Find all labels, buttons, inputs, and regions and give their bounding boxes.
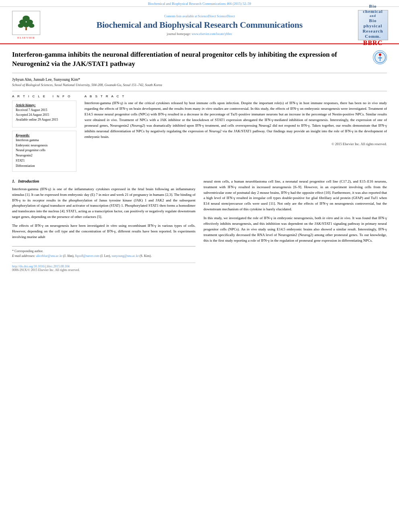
intro-title: 1. Introduction (12, 179, 195, 183)
paper-title: Interferon-gamma inhibits the neuronal d… (12, 50, 369, 69)
introduction-section: 1. Introduction Interferon-gamma (IFN-γ)… (12, 179, 387, 272)
history-title: Article history: (16, 103, 73, 107)
svg-point-3 (18, 23, 24, 28)
footer-bar: http://dx.doi.org/10.1016/j.bbrc.2015.08… (12, 263, 195, 272)
keyword-2: Embryonic neurogenesis (16, 143, 73, 148)
keyword-3: Neural progenitor cells (16, 148, 73, 153)
keywords-box: Keywords: Interferon gamma Embryonic neu… (12, 131, 76, 172)
article-info-box: Article history: Received 7 August 2015 … (12, 101, 76, 127)
abstract-text: Interferon-gamma (IFN-γ) is one of the c… (84, 101, 387, 140)
keyword-5: STAT1 (16, 158, 73, 164)
journal-citation: Biochemical and Biophysical Research Com… (148, 2, 251, 6)
paper-title-section: Interferon-gamma inhibits the neuronal d… (12, 50, 387, 73)
elsevier-label: ELSEVIER (17, 36, 35, 39)
footnote-section: * Corresponding author. E-mail addresses… (12, 246, 195, 259)
issn-text: 0006-291X/© 2015 Elsevier Inc. All right… (12, 268, 195, 272)
article-body: A R T I C L E I N F O Article history: R… (12, 94, 387, 172)
journal-header: ELSEVIER Contents lists available at Sci… (0, 7, 399, 44)
article-history: Article history: Received 7 August 2015 … (16, 103, 73, 122)
divider (12, 91, 387, 91)
elsevier-tree-icon (16, 15, 36, 31)
intro-para-4: In this study, we investigated the role … (204, 216, 387, 244)
intro-left: 1. Introduction Interferon-gamma (IFN-γ)… (12, 179, 195, 272)
abstract-header: A B S T R A C T (84, 94, 387, 98)
received-date: Received 7 August 2015 (16, 108, 73, 113)
journal-header-center: Contents lists available at ScienceDirec… (44, 14, 355, 35)
article-info-header: A R T I C L E I N F O (12, 94, 76, 98)
intro-right: neural stem cells, a human neuroblastoma… (204, 179, 387, 272)
affiliation: School of Biological Sciences, Seoul Nat… (12, 83, 387, 87)
intro-para-3: neural stem cells, a human neuroblastoma… (204, 179, 387, 213)
journal-homepage: journal homepage: www.elsevier.com/locat… (44, 32, 355, 36)
email-link-1[interactable]: aliceblue@snu.ac.kr (36, 254, 62, 258)
keyword-1: Interferon gamma (16, 138, 73, 143)
keywords-title: Keywords: (16, 134, 73, 137)
top-bar: Biochemical and Biophysical Research Com… (0, 0, 399, 7)
journal-title: Biochemical and Biophysical Research Com… (44, 20, 355, 30)
accepted-date: Accepted 24 August 2015 (16, 113, 73, 117)
intro-para-1: Interferon-gamma (IFN-γ) is one of the i… (12, 187, 195, 220)
homepage-link[interactable]: www.elsevier.com/locate/ybbrc (191, 32, 232, 36)
elsevier-logo (12, 11, 40, 35)
svg-point-5 (29, 23, 34, 28)
keyword-6: Differentiation (16, 164, 73, 169)
doi-link: http://dx.doi.org/10.1016/j.bbrc.2015.08… (12, 265, 195, 268)
paper-content: Interferon-gamma inhibits the neuronal d… (0, 44, 399, 280)
corresponding-note: * Corresponding author. (12, 249, 195, 254)
elsevier-branding: ELSEVIER (8, 11, 44, 39)
copyright: © 2015 Elsevier Inc. All rights reserved… (84, 142, 387, 146)
doi-anchor[interactable]: http://dx.doi.org/10.1016/j.bbrc.2015.08… (12, 265, 70, 268)
keyword-4: Neurogenin2 (16, 153, 73, 158)
svg-rect-6 (25, 27, 27, 30)
right-column: A B S T R A C T Interferon-gamma (IFN-γ)… (84, 94, 387, 172)
science-direct-text: Contents lists available at ScienceDirec… (44, 14, 355, 18)
email-link-3[interactable]: sunyoung@snu.ac.kr (112, 254, 139, 258)
authors: Jyhyun Ahn, Junsub Lee, Sunyoung Kim* (12, 77, 387, 82)
email-note: E-mail addresses: aliceblue@snu.ac.kr (J… (12, 254, 195, 259)
available-date: Available online 29 August 2015 (16, 117, 73, 122)
journal-header-right: Bio chemical and Bio physical Research C… (355, 10, 391, 40)
intro-para-2: The effects of IFN-γ on neurogenesis hav… (12, 223, 195, 240)
email-link-2[interactable]: 8qoo8@naver.com (75, 254, 99, 258)
crossmark (373, 50, 387, 64)
bbrc-logo: Bio chemical and Bio physical Research C… (358, 10, 388, 40)
svg-point-4 (23, 23, 29, 27)
crossmark-icon (373, 50, 387, 64)
left-column: A R T I C L E I N F O Article history: R… (12, 94, 76, 172)
svg-point-8 (379, 53, 381, 56)
